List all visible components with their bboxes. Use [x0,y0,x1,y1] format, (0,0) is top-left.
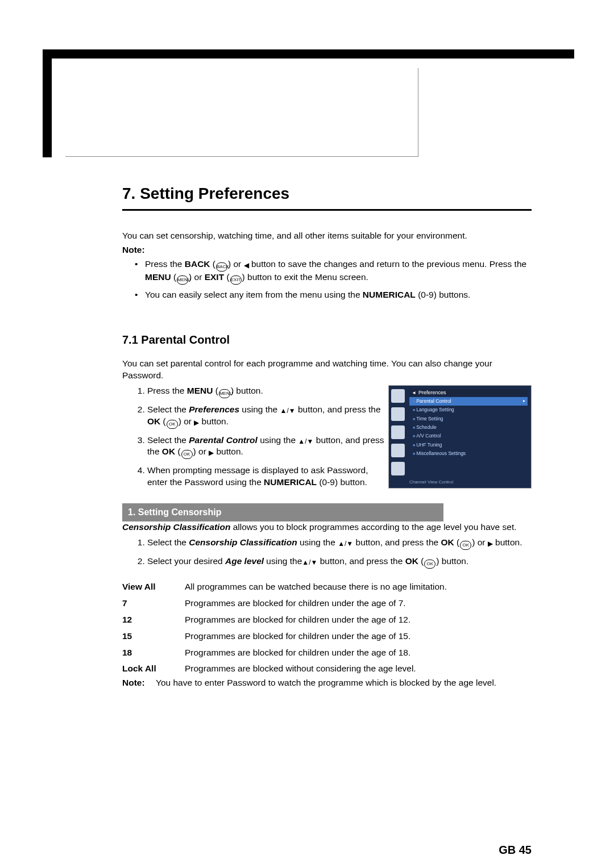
intro-text: You can set censorship, watching time, a… [122,230,532,242]
thumb-icon [391,425,405,439]
right-arrow-icon: ▶ [209,449,214,457]
thumb-menu-item: A/V Control [409,432,528,440]
thumb-icon [391,407,405,421]
thumb-side-icons [391,389,407,480]
page-number: GB 45 [499,844,532,857]
table-row: Lock AllProgrammes are blocked without c… [122,661,447,677]
thumb-icon [391,462,405,475]
step-item: Select the Preferences using the ▲/▼ but… [147,404,386,429]
thumb-menu-item: Time Setting [409,415,528,423]
thumb-menu-item: Parental Control [409,397,528,406]
thumb-menu-item: Schedule [409,423,528,432]
final-note: Note: You have to enter Password to watc… [122,677,532,689]
ok-button-icon: OK [181,450,193,459]
section-intro: You can set parental control for each pr… [122,358,532,382]
subsection-bar: 1. Setting Censorship [122,503,443,521]
chapter-rule [122,209,532,211]
thumb-icon [391,444,405,457]
thumb-menu-item: Language Setting [409,406,528,414]
page-ornament-top-h [43,49,574,59]
step-item: Select the Censorship Classification usi… [147,537,534,550]
ok-button-icon: OK [460,541,471,550]
chapter-title: 7. Setting Preferences [122,185,289,203]
table-row: 18Programmes are blocked for children un… [122,645,447,661]
note-label: Note: [122,244,532,256]
up-down-arrow-icon: ▲/▼ [338,540,353,548]
right-arrow-icon: ▶ [488,540,493,548]
right-arrow-icon: ▶ [194,419,199,427]
back-button-icon: BACK [216,262,227,272]
up-down-arrow-icon: ▲/▼ [302,558,317,566]
step-item: Press the MENU (MENU) button. [147,385,386,398]
ok-button-icon: OK [424,560,435,569]
menu-button-icon: MENU [219,389,230,398]
note-list: Press the BACK (BACK) or ◀ button to sav… [122,258,532,301]
table-row: 12Programmes are blocked for children un… [122,612,447,628]
thumb-footer: Channel View Control [409,479,453,486]
up-down-arrow-icon: ▲/▼ [280,407,296,415]
step-item: Select your desired Age level using the▲… [147,556,534,569]
menu-button-icon: MENU [177,276,188,285]
table-row: 15Programmes are blocked for children un… [122,628,447,645]
page-ornament-top-v [43,49,52,157]
thumb-menu-item: UHF Tuning [409,441,528,449]
thumb-icon [391,389,405,403]
step-item: When prompting message is displayed to a… [147,465,386,489]
steps-parental: Press the MENU (MENU) button. Select the… [122,385,386,489]
step-item: Select the Parental Control using the ▲/… [147,435,386,460]
note-item: You can easily select any item from the … [145,289,532,301]
up-down-arrow-icon: ▲/▼ [298,437,313,445]
ok-button-icon: OK [167,420,178,429]
thumb-menu: Parental Control Language Setting Time S… [409,397,528,458]
table-row: View AllAll programmes can be watched be… [122,579,447,595]
steps-censorship: Select the Censorship Classification usi… [122,537,534,569]
note-item: Press the BACK (BACK) or ◀ button to sav… [145,258,532,285]
body-column: You can set censorship, watching time, a… [122,230,532,691]
preferences-menu-screenshot: Preferences Parental Control Language Se… [388,385,532,489]
header-box [65,68,418,157]
thumb-title: Preferences [409,389,528,396]
left-arrow-icon: ◀ [244,261,249,269]
exit-button-icon: EXIT [230,276,242,285]
thumb-menu-item: Miscellaneous Settings [409,449,528,458]
censorship-intro: Censorship Classification allows you to … [122,521,532,533]
age-level-table: View AllAll programmes can be watched be… [122,579,447,678]
section-title: 7.1 Parental Control [122,332,532,348]
table-row: 7Programmes are blocked for children und… [122,595,447,612]
